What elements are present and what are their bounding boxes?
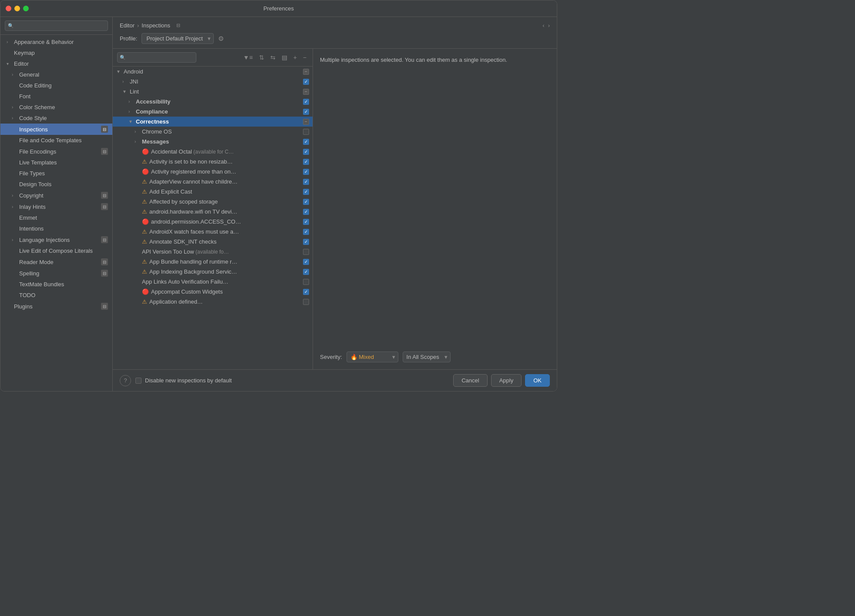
- inspection-checkbox[interactable]: [303, 279, 309, 285]
- inspections-search-input[interactable]: [117, 52, 196, 63]
- maximize-button[interactable]: [23, 6, 29, 11]
- inspection-checkbox[interactable]: ✓: [303, 109, 309, 115]
- scope-select[interactable]: In All Scopes: [403, 352, 451, 362]
- sidebar-item-inspections[interactable]: Inspections⊟: [0, 124, 112, 135]
- inspection-checkbox[interactable]: ✓: [303, 169, 309, 175]
- cancel-button[interactable]: Cancel: [453, 374, 487, 387]
- inspection-checkbox[interactable]: −: [303, 89, 309, 95]
- inspection-checkbox[interactable]: ✓: [303, 179, 309, 185]
- footer-left: Disable new inspections by default: [135, 377, 232, 384]
- sidebar-item-general[interactable]: ›General: [0, 69, 112, 80]
- inspection-row-application-defined[interactable]: ⚠Application defined…: [113, 297, 313, 307]
- inspection-checkbox[interactable]: ✓: [303, 219, 309, 225]
- inspection-checkbox[interactable]: −: [303, 69, 309, 75]
- collapse-all-button[interactable]: ⇆: [269, 53, 277, 62]
- sidebar-item-font[interactable]: Font: [0, 91, 112, 102]
- sidebar-item-plugins[interactable]: Plugins⊟: [0, 301, 112, 312]
- inspection-row-app-links-auto[interactable]: App Links Auto Verification Failu…: [113, 277, 313, 287]
- inspection-row-affected-scoped-storage[interactable]: ⚠Affected by scoped storage✓: [113, 197, 313, 207]
- sidebar-item-live-templates[interactable]: Live Templates: [0, 157, 112, 168]
- sidebar-item-label: Language Injections: [19, 237, 70, 243]
- inspection-checkbox[interactable]: [303, 249, 309, 255]
- inspection-row-api-version-too-low[interactable]: API Version Too Low (available fo…: [113, 247, 313, 257]
- inspection-row-android-permission[interactable]: 🔴android.permission.ACCESS_CO…✓: [113, 217, 313, 227]
- sidebar-item-spelling[interactable]: Spelling⊟: [0, 268, 112, 279]
- inspection-row-add-explicit-cast[interactable]: ⚠Add Explicit Cast✓: [113, 187, 313, 197]
- sidebar-item-code-style[interactable]: ›Code Style: [0, 113, 112, 124]
- inspection-checkbox[interactable]: ✓: [303, 259, 309, 265]
- sidebar-item-design-tools[interactable]: Design Tools: [0, 179, 112, 190]
- inspection-row-accidental-octal[interactable]: 🔴Accidental Octal (available for C…✓: [113, 147, 313, 157]
- sidebar-item-live-edit-compose[interactable]: Live Edit of Compose Literals: [0, 245, 112, 256]
- remove-button[interactable]: −: [301, 53, 308, 62]
- sidebar-item-keymap[interactable]: Keymap: [0, 47, 112, 58]
- sidebar-item-emmet[interactable]: Emmet: [0, 212, 112, 223]
- inspection-row-appcompat-custom-widgets[interactable]: 🔴Appcompat Custom Widgets✓: [113, 287, 313, 297]
- inspection-row-app-bundle-runtime[interactable]: ⚠App Bundle handling of runtime r…✓: [113, 257, 313, 267]
- inspection-checkbox[interactable]: ✓: [303, 149, 309, 155]
- disable-inspections-checkbox[interactable]: [135, 378, 141, 384]
- help-button[interactable]: ?: [120, 375, 131, 386]
- expand-all-button[interactable]: ⇅: [257, 53, 266, 62]
- inspection-row-chrome-os[interactable]: ›Chrome OS: [113, 127, 313, 137]
- inspection-row-androidx-watch-faces[interactable]: ⚠AndroidX watch faces must use a…✓: [113, 227, 313, 237]
- sidebar-item-reader-mode[interactable]: Reader Mode⊟: [0, 256, 112, 268]
- inspection-row-accessibility[interactable]: ›Accessibility✓: [113, 97, 313, 107]
- sidebar-item-copyright[interactable]: ›Copyright⊟: [0, 190, 112, 201]
- filter-button[interactable]: ▼≡: [242, 53, 255, 62]
- inspection-row-annotate-sdk-int[interactable]: ⚠Annotate SDK_INT checks✓: [113, 237, 313, 247]
- inspection-row-adapterview-children[interactable]: ⚠AdapterView cannot have childre…✓: [113, 177, 313, 187]
- inspection-checkbox[interactable]: −: [303, 119, 309, 125]
- nav-back-button[interactable]: ‹: [542, 22, 544, 29]
- inspection-checkbox[interactable]: ✓: [303, 189, 309, 195]
- inspection-checkbox[interactable]: ✓: [303, 269, 309, 275]
- inspection-row-app-indexing-bg[interactable]: ⚠App Indexing Background Servic…✓: [113, 267, 313, 277]
- sidebar-item-file-encodings[interactable]: File Encodings⊟: [0, 146, 112, 157]
- severity-select[interactable]: 🔥 Mixed Error Warning Weak Warning: [347, 352, 398, 362]
- inspection-row-activity-non-resizable[interactable]: ⚠Activity is set to be non resizab…✓: [113, 157, 313, 167]
- apply-button[interactable]: Apply: [491, 374, 522, 387]
- profile-gear-icon[interactable]: ⚙: [218, 35, 224, 43]
- close-button[interactable]: [6, 6, 11, 11]
- inspection-row-correctness[interactable]: ▼Correctness−: [113, 117, 313, 127]
- inspection-checkbox[interactable]: ✓: [303, 239, 309, 245]
- sidebar-item-intentions[interactable]: Intentions: [0, 223, 112, 234]
- inspection-row-activity-registered-more[interactable]: 🔴Activity registered more than on…✓: [113, 167, 313, 177]
- sidebar-item-file-code-templates[interactable]: File and Code Templates: [0, 135, 112, 146]
- nav-fwd-button[interactable]: ›: [548, 22, 550, 29]
- inspection-checkbox[interactable]: ✓: [303, 99, 309, 105]
- ok-button[interactable]: OK: [525, 374, 550, 387]
- sidebar-item-textmate-bundles[interactable]: TextMate Bundles: [0, 279, 112, 290]
- sidebar-item-appearance[interactable]: ›Appearance & Behavior: [0, 37, 112, 47]
- inspection-row-android-hardware-wifi[interactable]: ⚠android.hardware.wifi on TV devi…✓: [113, 207, 313, 217]
- inspection-checkbox[interactable]: ✓: [303, 139, 309, 145]
- inspection-label: AndroidX watch faces must use a…: [149, 228, 301, 235]
- sidebar-item-language-injections[interactable]: ›Language Injections⊟: [0, 234, 112, 245]
- sidebar-item-editor[interactable]: ▾Editor: [0, 58, 112, 69]
- sidebar-item-todo[interactable]: TODO: [0, 290, 112, 301]
- inspection-row-lint[interactable]: ▼Lint−: [113, 87, 313, 97]
- sidebar-item-color-scheme[interactable]: ›Color Scheme: [0, 102, 112, 113]
- inspection-checkbox[interactable]: ✓: [303, 209, 309, 215]
- inspection-row-messages[interactable]: ›Messages✓: [113, 137, 313, 147]
- inspection-checkbox[interactable]: [303, 129, 309, 135]
- inspection-checkbox[interactable]: ✓: [303, 159, 309, 165]
- inspection-checkbox[interactable]: ✓: [303, 199, 309, 205]
- group-button[interactable]: ▤: [280, 53, 289, 62]
- inspection-checkbox[interactable]: [303, 299, 309, 305]
- minimize-button[interactable]: [14, 6, 20, 11]
- add-button[interactable]: +: [292, 53, 299, 62]
- inspection-checkbox[interactable]: ✓: [303, 229, 309, 235]
- inspection-checkbox[interactable]: ✓: [303, 289, 309, 295]
- inspection-label: Annotate SDK_INT checks: [149, 238, 301, 245]
- sidebar-item-code-editing[interactable]: Code Editing: [0, 80, 112, 91]
- inspection-label: Activity registered more than on…: [151, 168, 301, 175]
- sidebar-item-inlay-hints[interactable]: ›Inlay Hints⊟: [0, 201, 112, 212]
- sidebar-item-file-types[interactable]: File Types: [0, 168, 112, 179]
- inspection-row-android[interactable]: ▼Android−: [113, 67, 313, 77]
- inspection-checkbox[interactable]: ✓: [303, 79, 309, 85]
- sidebar-search-input[interactable]: [5, 20, 108, 31]
- inspection-row-jni[interactable]: ›JNI✓: [113, 77, 313, 87]
- profile-select[interactable]: Project Default Project: [141, 33, 214, 44]
- inspection-row-compliance[interactable]: ›Compliance✓: [113, 107, 313, 117]
